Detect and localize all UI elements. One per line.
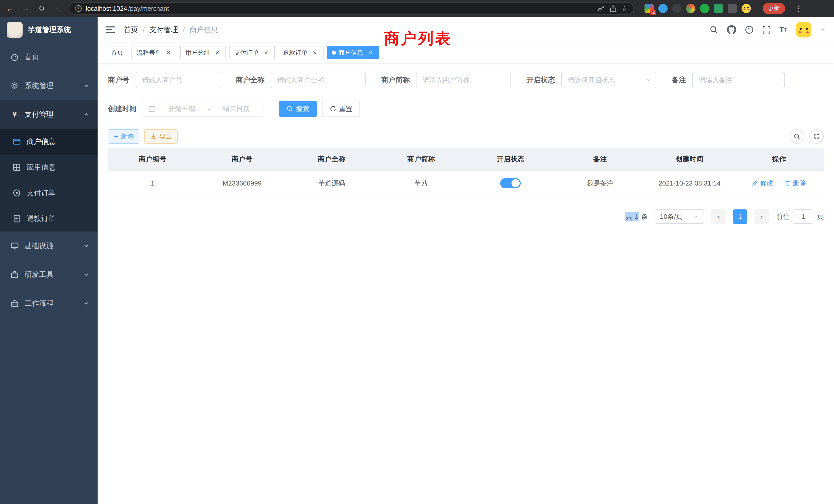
browser-menu-icon[interactable]: ⋮ [795,4,802,13]
password-key-icon[interactable] [597,5,605,12]
full-name-input[interactable] [271,72,366,88]
goto-page-input[interactable] [793,209,813,224]
extension-icon-7[interactable] [728,4,737,13]
edit-link[interactable]: 修改 [752,179,773,188]
sidebar-item-label: 工作流程 [25,298,78,308]
date-range-picker[interactable]: 开始日期 - 结束日期 [143,100,263,117]
user-caret-icon[interactable] [820,27,826,32]
date-start-placeholder: 开始日期 [160,105,203,113]
breadcrumb-item[interactable]: 首页 [124,25,138,35]
chevron-down-icon [83,300,89,306]
sidebar-item-app-info[interactable]: 应用信息 [0,155,97,180]
add-button[interactable]: + 新增 [108,129,139,144]
tab-pay-orders[interactable]: 支付订单× [229,46,275,59]
export-button[interactable]: 导出 [144,129,178,144]
toggle-search-icon[interactable] [790,129,804,144]
font-size-icon[interactable]: TT [779,25,787,34]
url-path: /pay/merchant [128,5,169,12]
yen-icon: ¥ [10,110,19,119]
tab-user-group[interactable]: 用户分组× [180,46,226,59]
sidebar-logo[interactable]: 芋道管理系统 [0,17,97,43]
sidebar-item-merchant-info[interactable]: 商户信息 [0,129,97,155]
extension-icon-6[interactable] [714,4,723,13]
sidebar-toggle-icon[interactable] [106,26,115,33]
status-toggle[interactable] [500,178,521,188]
sidebar-item-pay-orders[interactable]: 支付订单 [0,180,97,206]
sidebar-item-system[interactable]: 系统管理 [0,71,97,100]
tab-close-icon[interactable]: × [165,49,172,56]
tab-process-form[interactable]: 流程表单× [131,46,177,59]
tab-label: 用户分组 [185,48,210,57]
back-icon[interactable]: ← [5,5,14,12]
short-name-label: 商户简称 [381,75,410,85]
address-bar[interactable]: i localhost:1024/pay/merchant ☆ [69,2,634,15]
github-icon[interactable] [727,25,736,35]
help-icon[interactable]: ? [745,25,754,34]
sidebar-item-infra[interactable]: 基础设施 [0,231,97,260]
full-name-label: 商户全称 [236,75,264,85]
extension-icon-5[interactable] [700,4,709,13]
short-name-input[interactable] [416,72,511,88]
share-icon[interactable] [610,5,616,12]
home-icon[interactable]: ⌂ [53,5,62,12]
status-select[interactable] [561,72,656,88]
tab-close-icon[interactable]: × [367,49,374,56]
forward-icon[interactable]: → [21,5,30,12]
merchant-no-label: 商户号 [108,75,129,85]
extension-badge: 10 [650,10,656,15]
sidebar-item-refund-orders[interactable]: 退款订单 [0,206,97,231]
tab-merchant-info[interactable]: 商户信息× [327,46,379,59]
tab-close-icon[interactable]: × [311,49,319,56]
user-avatar[interactable] [796,22,811,38]
reset-button[interactable]: 重置 [322,100,360,117]
header-search-icon[interactable] [709,25,718,34]
search-button[interactable]: 搜索 [279,100,317,117]
delete-link[interactable]: 删除 [785,179,806,188]
page-content: 商户号 商户全称 商户简称 开启状态 备注 [97,63,834,224]
download-icon [151,134,157,140]
goto-suffix: 页 [817,212,824,221]
active-tab-dot [332,50,336,55]
sidebar-item-devtools[interactable]: 研发工具 [0,260,97,289]
merchant-no-input[interactable] [136,72,220,88]
sidebar-item-label: 系统管理 [25,81,78,91]
sidebar-item-label: 退款订单 [27,214,56,224]
page-1-button[interactable]: 1 [733,209,747,224]
tab-label: 商户信息 [338,48,363,57]
sidebar-item-workflow[interactable]: 工作流程 [0,289,97,318]
tab-close-icon[interactable]: × [262,49,270,56]
sidebar-item-payment[interactable]: ¥ 支付管理 [0,100,97,129]
site-info-icon[interactable]: i [75,5,82,12]
page-size-select[interactable]: 10条/页 [655,209,704,224]
prev-page-button[interactable]: ‹ [711,209,726,224]
pagination-total-highlight: 共 1 [625,212,639,221]
tab-label: 流程表单 [137,48,161,57]
remark-input[interactable] [692,72,785,88]
fullscreen-icon[interactable] [762,26,771,34]
cell-operations: 修改 删除 [734,179,824,188]
extension-emoji-icon[interactable] [742,4,751,13]
bookmark-star-icon[interactable]: ☆ [622,5,628,13]
extension-icon-1[interactable]: 10 [644,4,654,13]
svg-text:?: ? [748,27,750,32]
extension-icon-4[interactable] [686,4,695,13]
refund-icon [12,214,21,223]
export-button-label: 导出 [159,132,172,141]
tab-home[interactable]: 首页 [106,46,128,59]
cell-create-time: 2021-10-23 08:31:14 [645,179,734,187]
tab-refund-orders[interactable]: 退款订单× [278,46,324,59]
filter-row-1: 商户号 商户全称 商户简称 开启状态 备注 [108,72,824,88]
tab-close-icon[interactable]: × [214,49,221,56]
extension-icon-2[interactable] [658,4,667,13]
reload-icon[interactable]: ↻ [37,5,46,12]
sidebar-item-home[interactable]: 首页 [0,43,97,71]
next-page-button[interactable]: › [754,209,769,224]
sidebar-item-label: 首页 [25,52,89,62]
breadcrumb-item[interactable]: 支付管理 [150,25,178,35]
browser-update-button[interactable]: 更新 [763,3,785,14]
tab-label: 首页 [111,48,123,57]
sidebar-item-label: 应用信息 [27,162,56,172]
tools-icon [10,271,19,279]
refresh-table-icon[interactable] [809,129,824,144]
extension-icon-3[interactable] [672,4,681,13]
